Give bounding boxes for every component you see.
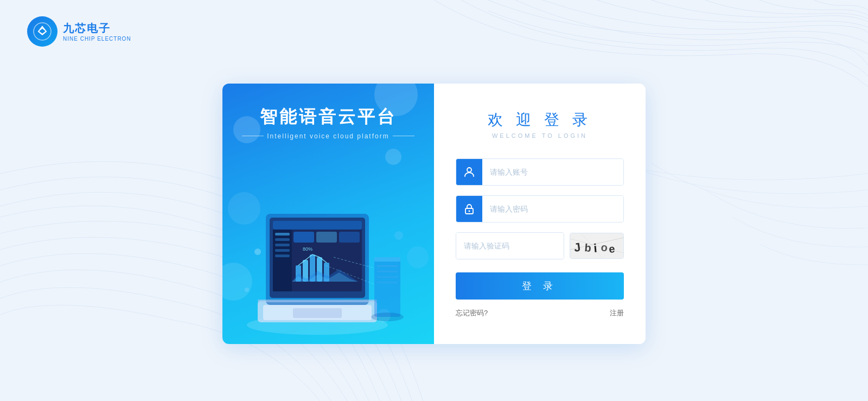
logo-icon — [27, 16, 58, 47]
svg-point-0 — [34, 23, 51, 40]
svg-point-32 — [254, 249, 261, 255]
right-panel: 欢 迎 登 录 WELCOME TO LOGIN — [434, 84, 646, 344]
laptop-svg: 80% — [231, 170, 426, 344]
svg-rect-20 — [293, 232, 314, 243]
password-group — [456, 195, 624, 222]
laptop-illustration: 80% — [231, 170, 426, 344]
svg-rect-11 — [275, 238, 290, 241]
left-panel: 智能语音云平台 Intelligent voice cloud platform — [222, 84, 434, 344]
svg-point-39 — [469, 210, 470, 212]
svg-rect-27 — [377, 265, 398, 267]
username-input[interactable] — [482, 159, 623, 185]
platform-title: 智能语音云平台 — [260, 105, 397, 129]
welcome-title: 欢 迎 登 录 — [488, 110, 591, 130]
svg-rect-8 — [273, 221, 362, 230]
user-icon — [456, 159, 482, 185]
svg-rect-30 — [377, 282, 398, 283]
register-link[interactable]: 注册 — [610, 308, 624, 318]
deco-circle-3 — [385, 149, 401, 165]
company-name-en: NINE CHIP ELECTRON — [63, 36, 131, 42]
svg-rect-28 — [377, 271, 398, 272]
svg-rect-26 — [374, 257, 400, 262]
svg-rect-13 — [275, 249, 290, 252]
forgot-password-link[interactable]: 忘记密码? — [456, 308, 488, 318]
login-button[interactable]: 登 录 — [456, 272, 624, 300]
platform-subtitle: Intelligent voice cloud platform — [242, 132, 414, 140]
captcha-group: J b i o e — [456, 232, 624, 259]
svg-point-34 — [245, 288, 249, 292]
logo-svg — [33, 22, 52, 41]
svg-point-37 — [467, 168, 471, 172]
svg-text:b: b — [584, 241, 592, 254]
welcome-subtitle: WELCOME TO LOGIN — [492, 132, 588, 139]
svg-rect-12 — [275, 244, 290, 246]
login-card: 智能语音云平台 Intelligent voice cloud platform — [222, 84, 646, 344]
svg-point-33 — [394, 231, 403, 240]
svg-rect-10 — [275, 233, 290, 235]
svg-text:80%: 80% — [303, 246, 312, 252]
captcha-image[interactable]: J b i o e — [570, 233, 624, 259]
svg-rect-14 — [275, 254, 290, 257]
svg-rect-24 — [258, 300, 377, 302]
captcha-input[interactable] — [456, 233, 564, 259]
captcha-svg: J b i o e — [570, 233, 623, 258]
svg-rect-21 — [316, 232, 337, 243]
lock-icon — [456, 196, 482, 222]
svg-point-31 — [371, 313, 404, 321]
password-input[interactable] — [482, 196, 623, 222]
company-name-cn: 九芯电子 — [63, 21, 131, 36]
captcha-input-wrap — [456, 232, 564, 259]
logo-text: 九芯电子 NINE CHIP ELECTRON — [63, 21, 131, 42]
bottom-links: 忘记密码? 注册 — [456, 308, 624, 318]
username-group — [456, 158, 624, 186]
svg-rect-22 — [339, 232, 360, 243]
svg-rect-29 — [377, 276, 398, 278]
svg-text:e: e — [608, 242, 615, 254]
svg-rect-4 — [293, 308, 342, 318]
logo: 九芯电子 NINE CHIP ELECTRON — [27, 16, 131, 47]
